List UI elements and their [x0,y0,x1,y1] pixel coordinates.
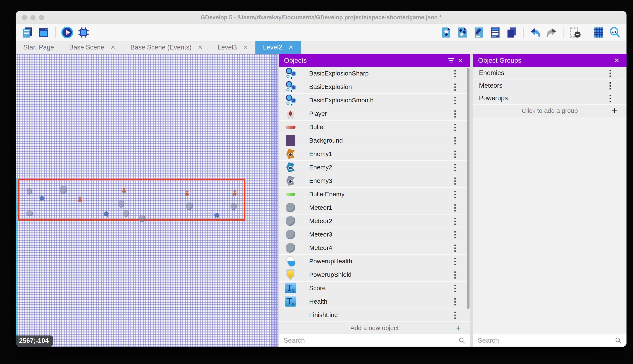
tab[interactable]: Level2 ✕ [255,41,301,54]
object-row[interactable]: BulletEnemy ⋮ [279,188,470,201]
delete-instances-icon[interactable] [569,26,581,38]
finish-line-handle[interactable] [16,202,18,212]
scene-window-icon[interactable] [38,26,50,38]
object-thumbnail-icon [285,242,296,254]
tab-close-icon[interactable]: ✕ [243,45,248,50]
object-thumbnail-icon [285,135,296,146]
object-row[interactable]: Bullet ⋮ [279,120,470,134]
object-row[interactable]: Enemy2 ⋮ [279,161,470,174]
tab-close-icon[interactable]: ✕ [288,45,293,50]
object-menu-icon[interactable]: ⋮ [451,284,459,292]
object-row[interactable]: Meteor4 ⋮ [279,241,470,255]
edit-scene-icon[interactable] [473,26,485,38]
object-name: Meteor3 [309,231,451,238]
object-menu-icon[interactable]: ⋮ [451,204,459,212]
group-row[interactable]: Powerups ⋮ [473,92,626,105]
instances-list-icon[interactable] [489,26,501,38]
object-menu-icon[interactable]: ⋮ [451,244,459,252]
minimize-window-button[interactable] [31,15,36,20]
object-menu-icon[interactable]: ⋮ [451,69,459,78]
redo-icon[interactable] [545,26,558,38]
objects-search-input[interactable] [283,336,458,344]
close-window-button[interactable] [22,15,27,20]
object-menu-icon[interactable]: ⋮ [451,82,459,91]
object-name: Score [309,284,451,292]
selection-rectangle [18,179,245,220]
tab-close-icon[interactable]: ✕ [111,45,115,50]
object-row[interactable]: Enemy1 ⋮ [279,148,470,161]
object-row[interactable]: PowerupHealth ⋮ [279,255,470,268]
object-row[interactable]: Meteor3 ⋮ [279,228,470,241]
object-row[interactable]: Meteor2 ⋮ [279,214,470,228]
object-menu-icon[interactable]: ⋮ [451,163,459,172]
object-menu-icon[interactable]: ⋮ [451,217,459,225]
object-row[interactable]: Enemy3 ⋮ [279,174,470,188]
tab[interactable]: Base Scene ✕ [62,41,123,54]
group-menu-icon[interactable]: ⋮ [606,69,614,77]
tab-label: Start Page [23,44,54,51]
zoom-1-1-icon[interactable]: 1:1 [609,26,621,38]
object-row[interactable]: FinishLine ⋮ [279,308,470,322]
object-menu-icon[interactable]: ⋮ [451,311,459,319]
group-row[interactable]: Meteors ⋮ [473,80,626,92]
object-menu-icon[interactable]: ⋮ [451,270,459,279]
group-menu-icon[interactable]: ⋮ [606,81,614,90]
object-row[interactable]: Background ⋮ [279,134,470,148]
object-menu-icon[interactable]: ⋮ [451,230,459,238]
object-thumbnail-icon [285,68,296,79]
object-row[interactable]: Score ⋮ [279,282,470,295]
object-menu-icon[interactable]: ⋮ [451,136,459,145]
object-row[interactable]: Health ⋮ [279,295,470,308]
tab[interactable]: Level3 ✕ [210,41,255,54]
object-row[interactable]: BasicExplosion ⋮ [279,80,470,94]
debug-icon[interactable] [78,26,90,38]
object-menu-icon[interactable]: ⋮ [451,257,459,266]
object-groups-icon[interactable] [457,26,469,38]
tab[interactable]: Start Page [16,41,62,54]
group-row[interactable]: Enemies ⋮ [473,67,626,80]
panel-divider[interactable] [470,54,473,346]
toggle-grid-icon[interactable] [592,26,605,38]
object-menu-icon[interactable]: ⋮ [451,110,459,118]
object-menu-icon[interactable]: ⋮ [451,297,459,306]
toolbar-right-group: 1:1 [440,26,621,38]
search-icon [458,337,466,344]
scene-instance[interactable] [27,188,32,194]
group-menu-icon[interactable]: ⋮ [606,94,614,102]
scene-instance[interactable] [139,215,145,222]
scene-instance[interactable] [118,200,124,208]
scene-instance[interactable] [230,203,237,210]
object-row[interactable]: BasicExplosionSmooth ⋮ [279,94,470,107]
scene-canvas[interactable]: 2567;-104 [16,54,278,346]
object-row[interactable]: PowerupShield ⋮ [279,268,470,282]
project-manager-icon[interactable] [21,26,33,38]
close-object-groups-panel-icon[interactable]: ✕ [612,56,621,65]
object-menu-icon[interactable]: ⋮ [451,123,459,131]
add-new-object-button[interactable]: Add a new object + [279,322,470,334]
object-menu-icon[interactable]: ⋮ [451,150,459,158]
object-name: Meteor4 [309,244,451,252]
groups-search-input[interactable] [478,336,615,344]
scene-instance[interactable] [186,202,193,210]
add-group-button[interactable]: Click to add a group + [473,105,626,117]
object-menu-icon[interactable]: ⋮ [451,96,459,104]
tab-close-icon[interactable]: ✕ [198,45,202,50]
object-thumbnail-icon [285,162,296,173]
object-menu-icon[interactable]: ⋮ [451,190,459,198]
filter-icon[interactable] [447,56,456,65]
object-menu-icon[interactable]: ⋮ [451,176,459,185]
close-objects-panel-icon[interactable]: ✕ [456,56,465,65]
object-row[interactable]: Meteor1 ⋮ [279,201,470,214]
scene-instance[interactable] [123,210,129,217]
zoom-window-button[interactable] [39,15,44,20]
objects-scrollbar[interactable] [467,68,470,309]
scene-instance[interactable] [26,210,33,216]
object-row[interactable]: Player ⋮ [279,107,470,120]
scene-instance[interactable] [60,186,67,194]
layers-icon[interactable] [506,26,518,38]
instance-properties-icon[interactable] [440,26,452,38]
undo-icon[interactable] [529,26,541,38]
object-row[interactable]: BasicExplosionSharp ⋮ [279,67,470,80]
preview-play-icon[interactable] [61,26,73,38]
tab[interactable]: Base Scene (Events) ✕ [123,41,210,54]
